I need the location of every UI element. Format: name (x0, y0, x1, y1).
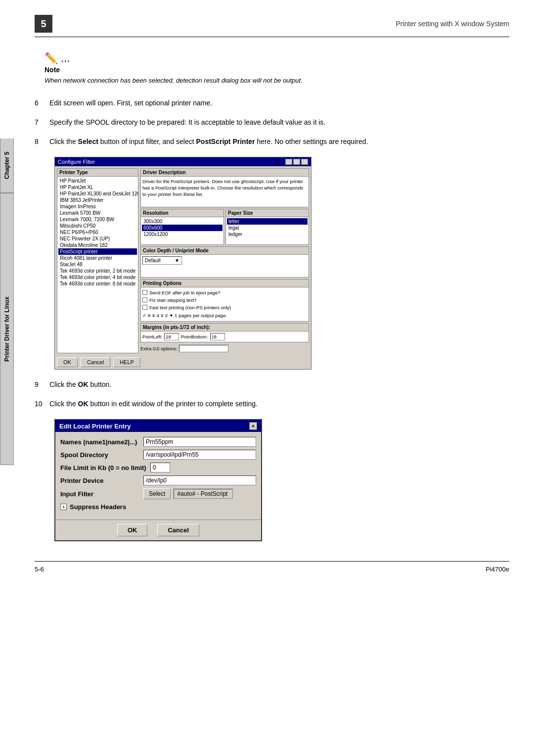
printer-item[interactable]: Lexmark 5700 BW (58, 210, 137, 216)
margins-section: Margins (in pts-1/72 of inch): PointLeft… (140, 323, 309, 342)
file-limit-label: File Limit in Kb (0 = no limit) (60, 464, 146, 472)
margin-bottom-label: PointBottom: (181, 334, 208, 339)
option-stair-checkbox[interactable] (142, 297, 147, 302)
step-6-number: 6 (35, 98, 49, 108)
paper-size-section: Paper Size letter legal ledger (225, 209, 309, 245)
resolution-paper-row: Resolution 300x300 600x600 1200x1200 Pap… (140, 209, 309, 245)
extra-gs-input[interactable] (179, 345, 228, 352)
spool-input[interactable] (143, 450, 256, 460)
resolution-list[interactable]: 300x300 600x600 1200x1200 (141, 217, 223, 244)
margin-bottom-input[interactable] (210, 333, 225, 340)
printer-item[interactable]: Lexmark 7000, 7200 BW (58, 216, 137, 223)
printer-item-postscript[interactable]: PostScript printer (58, 248, 137, 255)
printer-item[interactable]: Okidata Microline 182 (58, 242, 137, 248)
dialog-body: Printer Type HP PaintJet HP PaintJet XL … (55, 166, 311, 356)
page-number: 5-6 (35, 566, 44, 573)
color-depth-dropdown[interactable]: Default ▼ (142, 256, 182, 265)
margin-left-input[interactable] (164, 333, 179, 340)
configure-filter-title: Configure Filter (58, 159, 95, 165)
maximize-button[interactable]: □ (293, 159, 300, 165)
edit-ok-button[interactable]: OK (117, 524, 148, 536)
step-6: 6 Edit screen will open. First, set opti… (35, 98, 509, 108)
printer-item[interactable]: Tek 4693d color printer, 8 bit mode (58, 281, 137, 285)
note-section: ✏️ ... Note When network connection has … (44, 52, 509, 86)
printer-item[interactable]: HP PaintJet (58, 178, 137, 184)
chapter-number-box: 5 (35, 15, 52, 33)
configure-help-button[interactable]: HELP (113, 357, 140, 367)
edit-dialog-close-button[interactable]: × (249, 422, 257, 430)
pages-label: pages per output page. (178, 312, 227, 319)
file-limit-row: File Limit in Kb (0 = no limit) (60, 463, 256, 472)
edit-dialog-body: Names (name1|name2|...) Spool Directory … (55, 432, 261, 520)
printer-item[interactable]: NEC Pinwriter 2X (UP) (58, 236, 137, 242)
suppress-checkmark-icon: ▪ (61, 504, 66, 510)
suppress-headers-checkbox[interactable]: ▪ (60, 504, 67, 510)
minimize-button[interactable]: _ (285, 159, 292, 165)
printer-item[interactable]: HP PaintJet XL (58, 184, 137, 190)
input-filter-select-button[interactable]: Select (143, 488, 171, 499)
step-6-text: Edit screen will open. First, set option… (49, 98, 509, 108)
step-9-number: 9 (35, 379, 49, 390)
filter-settings-panel: Driver Description Driver for the PostSc… (140, 168, 309, 354)
spool-label: Spool Directory (60, 451, 139, 459)
printer-device-input[interactable] (143, 475, 256, 485)
names-input[interactable] (143, 437, 256, 447)
pages-value: 1 (175, 312, 177, 319)
configure-ok-button[interactable]: OK (57, 357, 78, 367)
res-item-300[interactable]: 300x300 (142, 218, 222, 225)
printer-item[interactable]: IBM 3853 JetPrinter (58, 197, 137, 203)
printer-list[interactable]: HP PaintJet HP PaintJet XL HP PaintJet X… (57, 177, 138, 285)
configure-cancel-button[interactable]: Cancel (81, 357, 110, 367)
color-depth-content: Default ▼ (141, 255, 309, 277)
step-10-number: 10 (35, 399, 49, 409)
edit-dialog-footer: OK Cancel (55, 520, 261, 540)
edit-dialog-titlebar: Edit Local Printer Entry × (55, 420, 261, 432)
configure-filter-footer: OK Cancel HELP (55, 355, 311, 369)
document-id: Pi4700e (486, 566, 509, 573)
printer-item[interactable]: StarJet 48 (58, 261, 137, 268)
option-fast-text: Fast text printing (non-PS printers only… (142, 304, 307, 311)
res-item-600[interactable]: 600x600 (142, 225, 222, 231)
step-7-number: 7 (35, 117, 49, 128)
edit-local-printer-dialog: Edit Local Printer Entry × Names (name1|… (54, 419, 262, 541)
pages-count-8: 8 ∨ 4 ∨ 2 ✦ (148, 312, 173, 319)
step-8-select-bold: Select (78, 138, 98, 145)
step-10-text: Click the OK button in edit window of th… (49, 399, 509, 409)
input-filter-controls: Select #auto# - PostScript (143, 488, 233, 499)
side-labels: Chapter 5 Printer Driver for Linux (0, 139, 14, 465)
names-label: Names (name1|name2|...) (60, 438, 139, 446)
printer-item[interactable]: Tek 4693d color printer, 4 bit mode (58, 274, 137, 281)
file-limit-input[interactable] (150, 463, 170, 472)
configure-filter-titlebar: Configure Filter _ □ × (55, 157, 311, 166)
titlebar-controls: _ □ × (285, 159, 308, 165)
res-item-1200[interactable]: 1200x1200 (142, 231, 222, 237)
printer-item[interactable]: Ricoh 4081 laser printer (58, 255, 137, 261)
printer-item[interactable]: Tek 4693d color printer, 2 bit mode (58, 268, 137, 274)
margins-content: PointLeft: PointBottom: (141, 331, 309, 342)
printer-driver-side-label: Printer Driver for Linux (0, 193, 14, 465)
printer-item[interactable]: Imagen ImPress (58, 203, 137, 210)
note-title: Note (44, 66, 509, 74)
names-row: Names (name1|name2|...) (60, 437, 256, 447)
step-10: 10 Click the OK button in edit window of… (35, 399, 509, 409)
printer-item[interactable]: Mitsubishi CP50 (58, 223, 137, 229)
main-content: 5 Printer setting with X window System ✏… (20, 0, 534, 588)
chapter-side-label: Chapter 5 (0, 139, 14, 193)
step-10-ok-bold: OK (78, 400, 89, 408)
paper-item-ledger[interactable]: ledger (227, 231, 308, 237)
pages-per-output-row: ✓ 8 ∨ 4 ∨ 2 ✦ 1 pages per output page. (142, 311, 307, 320)
printer-device-label: Printer Device (60, 477, 139, 484)
configure-filter-dialog: Configure Filter _ □ × Printer Type HP P… (54, 157, 312, 370)
step-7: 7 Specify the SPOOL directory to be prep… (35, 117, 509, 128)
edit-cancel-button[interactable]: Cancel (157, 524, 199, 536)
paper-item-letter[interactable]: letter (227, 218, 308, 225)
printer-item[interactable]: HP PaintJet XL300 and DeskJet 1200C (58, 190, 137, 197)
close-button[interactable]: × (301, 159, 308, 165)
paper-item-legal[interactable]: legal (227, 225, 308, 231)
margins-title: Margins (in pts-1/72 of inch): (141, 324, 309, 331)
printer-item[interactable]: NEC P6/P6+/P60 (58, 229, 137, 236)
option-fast-text-checkbox[interactable] (142, 305, 147, 310)
paper-list[interactable]: letter legal ledger (226, 217, 309, 244)
resolution-title: Resolution (141, 209, 223, 217)
option-eof-checkbox[interactable] (142, 290, 147, 295)
